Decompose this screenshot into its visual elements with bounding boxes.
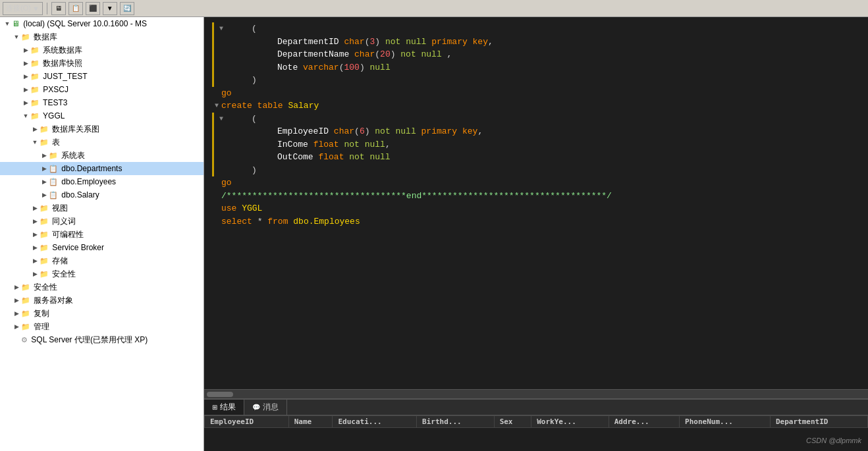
collapse-gutter-7[interactable]: ▼ [212, 99, 221, 111]
management-label: 管理 [32, 321, 49, 332]
line-content-income: InCome float not null, [226, 138, 860, 151]
tree-dbo-departments[interactable]: ▶ 📋 dbo.Departments [0, 162, 203, 175]
views-label: 视图 [50, 203, 68, 214]
dbo-salary-label: dbo.Salary [59, 190, 99, 199]
just-test-label: JUST_TEST [41, 72, 88, 81]
expand-service-broker-icon: ▶ [30, 243, 40, 252]
dbo-departments-label: dbo.Departments [59, 164, 122, 173]
expand-dbo-departments-icon: ▶ [40, 164, 49, 173]
line-content-dept-id: DepartmentID char(3) not null primary ke… [226, 36, 860, 49]
table-salary-icon: 📋 [49, 191, 58, 199]
toolbar-separator [47, 3, 47, 14]
tree-yggl[interactable]: ▼ 📁 YGGL [0, 109, 203, 122]
collapse-gutter-9 [217, 125, 226, 126]
toolbar-btn-3[interactable]: ⬛ [86, 2, 100, 15]
tree-pxscj[interactable]: ▶ 📁 PXSCJ [0, 83, 203, 96]
tree-security[interactable]: ▶ 📁 安全性 [0, 280, 203, 294]
collapse-gutter-1[interactable]: ▼ [217, 22, 226, 34]
tree-service-broker[interactable]: ▶ 📁 Service Broker [0, 241, 203, 254]
collapse-gutter-15 [212, 202, 221, 203]
databases-label: 数据库 [32, 32, 57, 43]
code-line-open-paren1: ▼ ( [212, 22, 860, 36]
collapse-gutter-8[interactable]: ▼ [217, 113, 226, 124]
collapse-gutter-16 [212, 215, 221, 217]
col-employeeid: EmployeeID [205, 416, 289, 428]
tree-management[interactable]: ▶ 📁 管理 [0, 320, 203, 333]
collapse-gutter-5 [217, 74, 226, 75]
toolbar-btn-2[interactable]: 📋 [68, 2, 83, 15]
tree-sql-agent[interactable]: ⚙ SQL Server 代理(已禁用代理 XP) [0, 333, 203, 346]
tree-views[interactable]: ▶ 📁 视图 [0, 201, 203, 215]
connection-label: 连接(O) [6, 3, 31, 13]
tree-security-yggl[interactable]: ▶ 📁 安全性 [0, 267, 203, 280]
tree-programmability[interactable]: ▶ 📁 可编程性 [0, 228, 203, 241]
folder-test3-icon: 📁 [30, 99, 40, 107]
expand-management-icon: ▶ [12, 322, 21, 331]
folder-service-broker-icon: 📁 [40, 244, 49, 252]
results-tabs: ⊞ 结果 💬 消息 [204, 400, 868, 415]
tree-databases[interactable]: ▼ 📁 数据库 [0, 30, 203, 43]
line-content-go1: go [221, 87, 860, 100]
tree-replication[interactable]: ▶ 📁 复制 [0, 307, 203, 320]
collapse-gutter-4 [217, 61, 226, 63]
line-content-close-paren2: ) [226, 164, 860, 177]
server-root[interactable]: ▼ 🖥 (local) (SQL Server 10.0.1600 - MS [0, 17, 203, 30]
code-line-go2: go [212, 176, 860, 190]
yggl-label: YGGL [41, 111, 65, 120]
expand-just-test-icon: ▶ [21, 72, 30, 81]
tree-tables[interactable]: ▼ 📁 表 [0, 136, 203, 149]
expand-replication-icon: ▶ [12, 309, 21, 318]
expand-views-icon: ▶ [30, 203, 40, 213]
results-table: EmployeeID Name Educati... Birthd... Sex… [204, 415, 868, 428]
scroll-thumb-x[interactable] [207, 392, 233, 397]
col-departmentid: DepartmentID [770, 416, 867, 428]
security-label: 安全性 [32, 282, 57, 293]
col-birthday: Birthd... [417, 416, 495, 428]
tree-test3[interactable]: ▶ 📁 TEST3 [0, 96, 203, 109]
editor-scrollbar-x[interactable] [204, 389, 868, 398]
tree-sys-tables[interactable]: ▶ 📁 系统表 [0, 149, 203, 162]
expand-security-icon: ▶ [12, 282, 21, 292]
tab-messages[interactable]: 💬 消息 [244, 400, 287, 415]
line-content-select: select * from dbo.Employees [221, 215, 860, 228]
code-line-close-paren1: ) [212, 74, 860, 87]
tree-server-objects[interactable]: ▶ 📁 服务器对象 [0, 294, 203, 307]
db-diagram-label: 数据库关系图 [50, 124, 99, 135]
folder-synonyms-icon: 📁 [40, 217, 49, 226]
folder-tables-icon: 📁 [40, 138, 49, 147]
expand-yggl-icon: ▼ [21, 111, 30, 120]
sys-tables-label: 系统表 [59, 150, 85, 161]
expand-dbo-employees-icon: ▶ [40, 177, 49, 186]
toolbar-btn-1[interactable]: 🖥 [51, 2, 66, 15]
expand-server-objects-icon: ▶ [12, 296, 21, 305]
toolbar-btn-filter[interactable]: ▼ [103, 2, 117, 15]
line-content-emp-id: EmployeeID char(6) not null primary key, [226, 125, 860, 138]
folder-just-test-icon: 📁 [30, 72, 40, 81]
collapse-gutter-13 [212, 176, 221, 178]
code-editor[interactable]: ▼ ( DepartmentID char(3) not null primar… [204, 17, 868, 389]
tree-storage[interactable]: ▶ 📁 存储 [0, 254, 203, 267]
tree-view: ▼ 🖥 (local) (SQL Server 10.0.1600 - MS ▼… [0, 17, 203, 451]
tree-dbo-employees[interactable]: ▶ 📋 dbo.Employees [0, 175, 203, 188]
folder-server-objects-icon: 📁 [21, 296, 30, 305]
code-line-go1: go [212, 87, 860, 100]
line-content-comment-end: /***********************************end*… [221, 190, 860, 203]
results-content: EmployeeID Name Educati... Birthd... Sex… [204, 415, 868, 451]
expand-sys-db-icon: ▶ [21, 45, 30, 55]
toolbar-btn-refresh[interactable]: 🔄 [120, 2, 134, 15]
folder-security-icon: 📁 [21, 283, 30, 292]
folder-sys-db-icon: 📁 [30, 46, 40, 55]
tab-results[interactable]: ⊞ 结果 [204, 400, 244, 415]
expand-programmability-icon: ▶ [30, 230, 40, 239]
tree-sys-db[interactable]: ▶ 📁 系统数据库 [0, 43, 203, 57]
tree-db-snapshot[interactable]: ▶ 📁 数据库快照 [0, 57, 203, 70]
tree-just-test[interactable]: ▶ 📁 JUST_TEST [0, 70, 203, 83]
expand-server-icon: ▼ [3, 19, 12, 28]
tree-synonyms[interactable]: ▶ 📁 同义词 [0, 215, 203, 228]
tree-db-diagram[interactable]: ▶ 📁 数据库关系图 [0, 122, 203, 136]
collapse-gutter-3 [217, 48, 226, 49]
tree-dbo-salary[interactable]: ▶ 📋 dbo.Salary [0, 188, 203, 201]
line-content-create-salary: create table Salary [221, 99, 860, 113]
server-icon: 🖥 [12, 19, 20, 28]
connection-dropdown[interactable]: 连接(O) ▼ [3, 2, 43, 15]
